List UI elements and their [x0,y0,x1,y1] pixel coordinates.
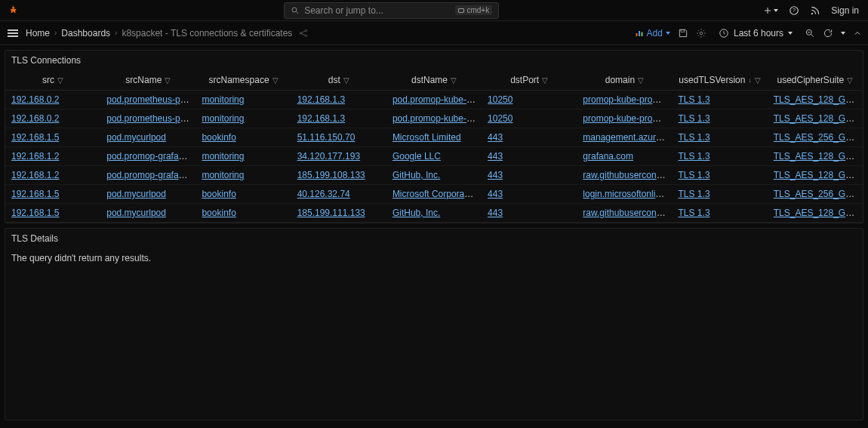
cell-link[interactable]: GitHub, Inc. [392,208,440,218]
kiosk-collapse-button[interactable] [853,29,862,38]
col-dstname[interactable]: dstName▽ [386,70,482,91]
cell-link[interactable]: bookinfo [202,189,235,199]
cell-link[interactable]: monitoring [202,113,244,124]
menu-toggle[interactable] [6,28,20,38]
cell-link[interactable]: 443 [488,189,503,199]
cell-link[interactable]: GitHub, Inc. [392,170,440,180]
share-button[interactable] [298,28,309,38]
cell-link[interactable]: 10250 [488,113,512,124]
cell-link[interactable]: 192.168.1.5 [11,132,59,143]
cell-link[interactable]: TLS 1.3 [679,170,710,180]
cell-link[interactable]: pod.mycurlpod [106,189,166,199]
cell-link[interactable]: raw.githubusercontent.c... [583,208,672,218]
filter-icon[interactable]: ▽ [847,76,853,85]
time-range-picker[interactable]: Last 6 hours [714,26,797,41]
col-usedciphersuite[interactable]: usedCipherSuite▽ [768,70,863,91]
cell-link[interactable]: Microsoft Corporation [392,189,479,199]
cell-link[interactable]: TLS_AES_256_GCM_SH... [774,189,863,199]
cell-link[interactable]: 192.168.1.3 [297,113,345,124]
cell-link[interactable]: TLS 1.3 [679,189,710,199]
cell-link[interactable]: 192.168.1.2 [11,170,59,180]
cell-link[interactable]: monitoring [202,170,244,180]
cell-link[interactable]: TLS_AES_128_GCM_SH... [774,113,863,124]
cell-link[interactable]: pod.mycurlpod [106,132,166,143]
col-dst[interactable]: dst▽ [291,70,386,91]
cell-link[interactable]: login.microsoftonline.c... [583,189,672,199]
cell-link[interactable]: 192.168.1.5 [11,189,59,199]
grafana-logo-icon[interactable] [6,4,20,17]
col-dstport[interactable]: dstPort▽ [482,70,577,91]
cell-link[interactable]: 185.199.111.133 [297,208,365,218]
cell-link[interactable]: TLS 1.3 [679,132,710,143]
cell-link[interactable]: pod.promop-kube-pro... [392,94,482,105]
zoom-out-button[interactable] [805,28,815,38]
refresh-interval-dropdown[interactable] [841,32,845,35]
col-domain[interactable]: domain▽ [577,70,672,91]
cell-link[interactable]: 443 [488,170,503,180]
cell-link[interactable]: TLS 1.3 [679,151,710,162]
cell-link[interactable]: monitoring [202,94,244,105]
cell-link[interactable]: management.azure.com [583,132,672,143]
cell-link[interactable]: TLS_AES_128_GCM_SH... [774,94,863,105]
breadcrumb-home[interactable]: Home [26,28,50,38]
filter-icon[interactable]: ▽ [343,76,349,85]
cell-link[interactable]: TLS_AES_256_GCM_SH... [774,132,863,143]
filter-icon[interactable]: ▽ [165,76,171,85]
cell-link[interactable]: bookinfo [202,132,235,143]
cell-link[interactable]: bookinfo [202,208,235,218]
cell-link[interactable]: 443 [488,132,503,143]
cell-link[interactable]: TLS 1.3 [679,94,710,105]
cell-link[interactable]: 192.168.1.2 [11,151,59,162]
col-usedtlsversion[interactable]: usedTLSVersion↓▽ [673,70,768,91]
cell-link[interactable]: 192.168.0.2 [11,94,59,105]
cell-link[interactable]: promop-kube-prometh... [583,94,672,105]
cell-link[interactable]: 34.120.177.193 [297,151,360,162]
cell-link[interactable]: Microsoft Limited [392,132,461,143]
cell-link[interactable]: pod.prometheus-prom... [106,113,195,124]
cell-link[interactable]: 443 [488,208,503,218]
save-dashboard-button[interactable] [678,28,688,38]
refresh-button[interactable] [823,28,833,38]
cell-link[interactable]: pod.promop-kube-pro... [392,113,482,124]
cell-link[interactable]: 40.126.32.74 [297,189,350,199]
cell-link[interactable]: grafana.com [583,151,633,162]
filter-icon[interactable]: ▽ [272,76,279,85]
cell-link[interactable]: pod.mycurlpod [106,208,166,218]
filter-icon[interactable]: ▽ [451,76,457,85]
dashboard-settings-button[interactable] [696,28,706,38]
create-menu[interactable] [763,6,778,15]
panel-title[interactable]: TLS Details [5,229,863,248]
help-button[interactable]: ? [789,5,799,16]
cell-link[interactable]: 185.199.108.133 [297,170,365,180]
cell-link[interactable]: Google LLC [392,151,441,162]
breadcrumb-dashboards[interactable]: Dashboards [61,28,110,38]
cell-link[interactable]: 192.168.1.3 [297,94,345,105]
global-search[interactable]: Search or jump to... cmd+k [284,2,499,19]
cell-link[interactable]: 51.116.150.70 [297,132,356,143]
filter-icon[interactable]: ▽ [57,76,63,85]
cell-link[interactable]: 443 [488,151,503,162]
news-button[interactable] [810,5,820,16]
add-panel-button[interactable]: Add [635,28,670,38]
cell-link[interactable]: TLS_AES_128_GCM_SH... [774,151,863,162]
cell-link[interactable]: 10250 [488,94,512,105]
cell-link[interactable]: monitoring [202,151,244,162]
cell-link[interactable]: pod.prometheus-prom... [106,94,195,105]
cell-link[interactable]: 192.168.0.2 [11,113,59,124]
cell-link[interactable]: promop-kube-prometh... [583,113,672,124]
cell-link[interactable]: 192.168.1.5 [11,208,59,218]
cell-link[interactable]: TLS_AES_128_GCM_SH... [774,170,863,180]
col-srcname[interactable]: srcName▽ [100,70,195,91]
col-srcnamespace[interactable]: srcNamespace▽ [195,70,291,91]
sign-in-link[interactable]: Sign in [831,5,859,16]
cell-link[interactable]: pod.promop-grafana-7... [106,151,195,162]
cell-link[interactable]: TLS 1.3 [679,208,710,218]
filter-icon[interactable]: ▽ [638,76,644,85]
cell-link[interactable]: pod.promop-grafana-7... [106,170,195,180]
col-src[interactable]: src▽ [5,70,100,91]
filter-icon[interactable]: ▽ [542,76,548,85]
cell-link[interactable]: raw.githubusercontent.c... [583,170,672,180]
panel-title[interactable]: TLS Connections [5,51,863,70]
filter-icon[interactable]: ▽ [755,76,761,85]
cell-link[interactable]: TLS 1.3 [679,113,710,124]
